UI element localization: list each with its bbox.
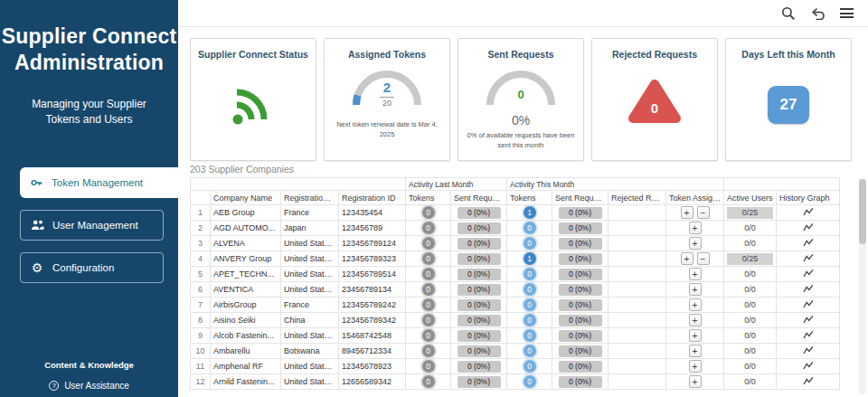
scrollbar-thumb[interactable] [859,179,866,244]
history-graph-button[interactable] [803,361,814,370]
sent-requests-this-month-cell: 0 (0%) [552,298,609,313]
registration-id-cell: 123435454 [339,205,406,221]
active-users-value: 0/0 [727,346,773,355]
sent-requests-chip: 0 (0%) [559,376,602,388]
token-assignment-cell: + [666,267,724,282]
active-users-value: 0/0 [727,269,773,279]
add-token-button[interactable]: + [681,252,693,265]
add-token-button[interactable]: + [689,283,702,296]
add-token-button[interactable]: + [689,222,702,234]
column-header-row: Company Name Registration Lo... Registra… [191,191,840,205]
registration-id-cell: 123456789242 [339,298,406,313]
group-activity-this-month: Activity This Month [507,178,724,191]
table-row: 7AirbisGroupFrance12345678924200 (0%)00 … [191,298,840,313]
history-graph-button[interactable] [803,315,814,324]
undo-icon[interactable] [810,7,826,20]
sidebar-item-label: Configuration [52,262,114,273]
sent-requests-chip: 0 (0%) [458,376,501,388]
add-token-button[interactable]: + [681,206,693,219]
col-row-number [191,191,211,205]
history-graph-button[interactable] [803,238,814,247]
card-title: Assigned Tokens [325,49,449,61]
history-graph-button[interactable] [803,253,814,262]
sidebar-item-token-management[interactable]: Token Management [20,167,178,198]
search-icon[interactable] [781,6,796,21]
supplier-count-caption: 203 Supplier Companies [190,164,294,175]
sent-requests-chip: 0 (0%) [559,315,602,326]
add-token-button[interactable]: + [689,329,702,342]
sent-requests-this-month-cell: 0 (0%) [552,251,609,267]
group-activity-last-month: Activity Last Month [406,178,507,191]
table-row: 6AVENTICAUnited States ...2345678913400 … [191,282,840,298]
history-graph-button[interactable] [803,222,814,232]
active-users-cell: 0/0 [724,221,777,236]
registration-location-cell: Japan [281,221,339,236]
user-assistance-link[interactable]: User Assistance [0,381,178,391]
sidebar-item-user-management[interactable]: User Management [20,210,164,241]
table-row: 4ANVERY GroupUnited States ...1234567893… [191,251,840,267]
rejected-requests-cell [609,313,666,328]
history-graph-button[interactable] [803,269,814,278]
token-assignment-cell: +− [666,205,724,221]
add-token-button[interactable]: + [689,237,702,250]
sidebar-item-configuration[interactable]: Configuration [20,252,164,283]
history-graph-button[interactable] [803,345,814,354]
remove-token-button[interactable]: − [697,252,710,265]
registration-id-cell: 123456789323 [339,251,406,267]
registration-id-cell: 123456789342 [339,313,406,328]
history-graph-button[interactable] [803,207,814,216]
history-graph-button[interactable] [803,376,814,385]
history-graph-button[interactable] [803,284,814,293]
add-token-button[interactable]: + [689,360,702,373]
rejected-requests-cell [609,344,666,359]
registration-location-cell: Botswana [281,344,339,359]
menu-icon[interactable] [840,8,854,18]
company-name-cell: Arnild Fastenin... [211,374,281,390]
add-token-button[interactable]: + [689,298,702,311]
active-users-cell: 0/0 [724,236,777,251]
add-token-button[interactable]: + [689,268,702,280]
history-graph-icon [803,299,814,308]
history-graph-icon [803,222,814,232]
sent-requests-this-month-cell: 0 (0%) [552,267,609,282]
sent-requests-chip: 0 (0%) [559,284,602,296]
sent-requests-last-month-cell: 0 (0%) [451,205,507,221]
col-registration-id: Registration ID [339,191,406,205]
active-users-cell: 0/0 [724,313,777,328]
add-token-button[interactable]: + [689,345,702,357]
sent-requests-last-month-cell: 0 (0%) [451,328,507,344]
add-token-button[interactable]: + [689,375,702,388]
card-title: Rejected Requests [592,49,717,61]
group-empty [191,178,406,191]
rejected-requests-cell [609,221,666,236]
registration-location-cell: United States ... [281,236,339,251]
registration-location-cell: France [281,205,339,221]
remove-token-button[interactable]: − [697,206,710,219]
tokens-last-month-cell: 0 [406,205,451,221]
sent-requests-chip: 0 (0%) [559,253,602,265]
registration-id-cell: 123456789 [339,221,406,236]
sent-requests-chip: 0 (0%) [559,207,602,219]
registration-location-cell: France [281,298,339,313]
token-assignment-cell: + [666,374,724,390]
user-assistance-label: User Assistance [64,381,129,391]
company-name-cell: Alcob Fastenin... [211,328,281,344]
tokens-last-month-cell: 0 [406,298,451,313]
tokens-badge: 0 [422,237,435,250]
history-graph-icon [803,345,814,354]
registration-location-cell: China [281,313,339,328]
table-scrollbar[interactable] [859,178,866,394]
col-tokens-this: Tokens [507,191,552,205]
tokens-badge: 0 [422,345,435,357]
history-graph-button[interactable] [803,299,814,308]
add-token-button[interactable]: + [689,314,702,326]
tokens-badge: 0 [422,222,435,234]
sent-requests-chip: 0 (0%) [458,315,501,326]
history-graph-cell [777,344,840,359]
active-users-cell: 0/0 [724,344,777,359]
row-number: 12 [191,374,211,390]
table-row: 9Alcob Fastenin...United States ...15468… [191,328,840,344]
tokens-badge: 0 [524,222,536,234]
tokens-last-month-cell: 0 [406,359,451,374]
history-graph-button[interactable] [803,330,814,339]
